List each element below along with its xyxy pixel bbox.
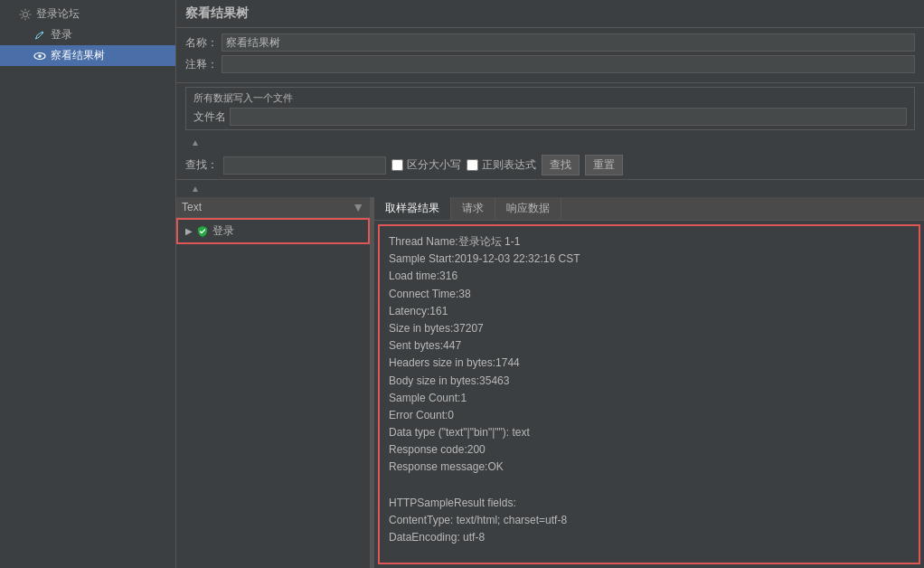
- file-section-title: 所有数据写入一个文件: [193, 91, 907, 105]
- search-input[interactable]: [223, 156, 386, 175]
- search-bar: 查找： 区分大小写 正则表达式 查找 重置: [176, 151, 924, 180]
- form-area: 名称： 注释：: [176, 28, 924, 83]
- sidebar-item-label: 登录论坛: [36, 6, 80, 22]
- result-box: Thread Name:登录论坛 1-1Sample Start:2019-12…: [378, 224, 920, 564]
- result-line: Response message:OK: [389, 459, 910, 476]
- case-sensitive-label: 区分大小写: [407, 157, 461, 173]
- result-line: Latency:161: [389, 303, 910, 320]
- regex-label: 正则表达式: [482, 157, 536, 173]
- shield-icon: [196, 225, 209, 238]
- search-label: 查找：: [185, 157, 218, 173]
- reset-button[interactable]: 重置: [585, 155, 623, 175]
- result-line: DataEncoding: utf-8: [389, 529, 910, 546]
- tab-request[interactable]: 请求: [451, 197, 495, 220]
- result-line: Thread Name:登录论坛 1-1: [389, 233, 910, 251]
- find-button[interactable]: 查找: [542, 155, 580, 175]
- tree-item-denglu[interactable]: ▶ 登录: [176, 218, 370, 244]
- content-pane: Text ▼ ▶ 登录 取样器结果 请求 响应数据: [176, 197, 924, 568]
- tree-header: Text ▼: [176, 197, 370, 218]
- result-line: Sample Count:1: [389, 390, 910, 407]
- sidebar-item-label: 察看结果树: [51, 48, 105, 63]
- filename-input[interactable]: [230, 108, 907, 126]
- comment-row: 注释：: [185, 55, 915, 73]
- sidebar-item-label: 登录: [51, 27, 72, 43]
- result-line: Size in bytes:37207: [389, 320, 910, 337]
- regex-group: 正则表达式: [467, 157, 536, 173]
- result-line: HTTPSampleResult fields:: [389, 495, 910, 512]
- arrow-row-top: ▲: [176, 134, 924, 151]
- page-title: 察看结果树: [185, 5, 249, 20]
- page-title-bar: 察看结果树: [176, 0, 924, 28]
- result-panel: 取样器结果 请求 响应数据 Thread Name:登录论坛 1-1Sample…: [374, 197, 924, 568]
- regex-checkbox[interactable]: [467, 159, 478, 171]
- result-line: Sent bytes:447: [389, 337, 910, 355]
- result-line: Load time:316: [389, 268, 910, 285]
- case-sensitive-checkbox[interactable]: [391, 159, 403, 171]
- name-input[interactable]: [222, 33, 915, 52]
- tree-dropdown-icon[interactable]: ▼: [352, 200, 364, 214]
- sidebar-item-dengluluantan[interactable]: 登录论坛: [0, 4, 175, 24]
- tree-item-label: 登录: [212, 223, 234, 239]
- name-label: 名称：: [185, 35, 222, 51]
- sidebar: 登录论坛 登录 察看结果树: [0, 0, 176, 568]
- name-row: 名称：: [185, 33, 915, 52]
- main-content: 察看结果树 名称： 注释： 所有数据写入一个文件 文件名 ▲ 查找： 区分大小写: [176, 0, 924, 568]
- case-sensitive-group: 区分大小写: [391, 157, 461, 173]
- result-line: Body size in bytes:35463: [389, 373, 910, 390]
- result-line: [389, 486, 910, 495]
- play-icon: ▶: [185, 226, 193, 236]
- comment-input[interactable]: [222, 55, 915, 73]
- result-line: [389, 477, 910, 486]
- sidebar-item-denglu[interactable]: 登录: [0, 24, 175, 45]
- svg-point-2: [38, 54, 42, 58]
- arrow-row-bottom: ▲: [176, 180, 924, 197]
- arrow-down-button[interactable]: ▲: [185, 182, 205, 195]
- sidebar-item-chakan[interactable]: 察看结果树: [0, 45, 175, 66]
- pencil-icon: [33, 28, 47, 43]
- tree-panel: Text ▼ ▶ 登录: [176, 197, 371, 568]
- result-line: Error Count:0: [389, 407, 910, 424]
- tree-header-label: Text: [182, 201, 202, 213]
- result-line: Sample Start:2019-12-03 22:32:16 CST: [389, 251, 910, 268]
- svg-point-0: [24, 12, 28, 16]
- file-label: 文件名: [193, 109, 230, 125]
- result-tabs: 取样器结果 请求 响应数据: [374, 197, 924, 221]
- tab-sampler-result[interactable]: 取样器结果: [374, 197, 451, 220]
- result-line: Headers size in bytes:1744: [389, 355, 910, 372]
- result-line: Data type ("text"|"bin"|""): text: [389, 424, 910, 441]
- result-line: Connect Time:38: [389, 286, 910, 303]
- eye-icon: [33, 49, 47, 63]
- settings-icon: [18, 7, 33, 22]
- tab-response-data[interactable]: 响应数据: [495, 197, 561, 220]
- filename-row: 文件名: [193, 108, 907, 126]
- arrow-up-button[interactable]: ▲: [185, 136, 205, 149]
- file-section: 所有数据写入一个文件 文件名: [185, 87, 915, 130]
- comment-label: 注释：: [185, 57, 222, 72]
- result-line: Response code:200: [389, 441, 910, 459]
- result-line: ContentType: text/html; charset=utf-8: [389, 512, 910, 529]
